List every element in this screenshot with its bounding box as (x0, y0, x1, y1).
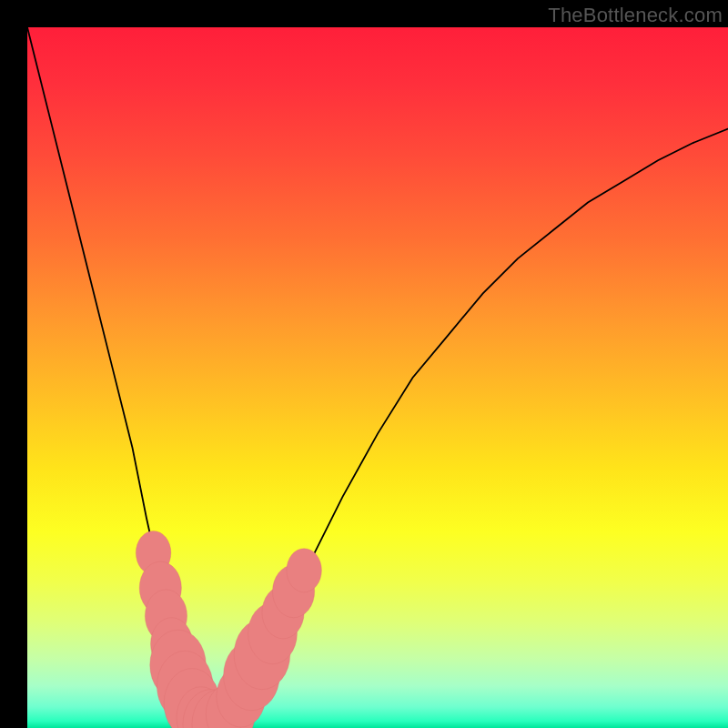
attribution-label: TheBottleneck.com (548, 4, 723, 27)
plot-area (27, 27, 728, 728)
chart-frame: TheBottleneck.com (0, 0, 728, 728)
curve-path (27, 27, 728, 728)
curve-marker (287, 549, 322, 592)
bottleneck-curve (27, 27, 728, 728)
curve-markers (136, 531, 321, 728)
